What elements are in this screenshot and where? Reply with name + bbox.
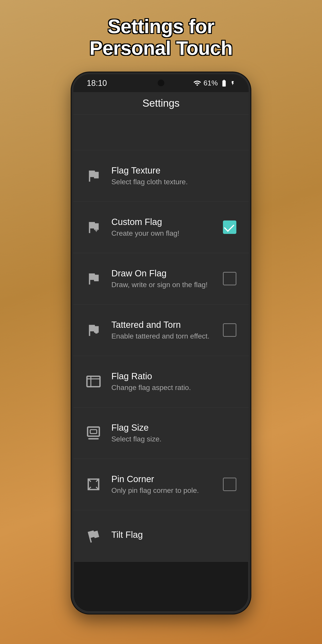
tattered-icon [84,321,102,339]
settings-item-flag-ratio[interactable]: Flag Ratio Change flag aspect ratio. [73,356,249,408]
status-time: 18:10 [87,78,107,88]
tattered-subtitle: Enable tattered and torn effect. [111,332,213,340]
signal-icon [193,79,201,87]
custom-flag-subtitle: Create your own flag! [111,229,213,238]
checkbox-unchecked-indicator [223,272,236,285]
draw-flag-checkbox[interactable] [222,271,238,286]
flag-texture-subtitle: Select flag cloth texture. [111,178,238,186]
pin-checkbox-indicator [223,478,236,491]
status-bar: 18:10 61% [73,74,249,92]
settings-item-draw-on-flag[interactable]: Draw On Flag Draw, write or sign on the … [73,253,249,304]
tilt-icon [84,527,102,545]
custom-flag-icon: + [84,218,102,236]
tattered-content: Tattered and Torn Enable tattered and to… [111,320,213,340]
tilt-title: Tilt Flag [111,530,238,540]
flag-texture-svg [86,168,101,184]
svg-rect-2 [92,176,93,177]
svg-rect-1 [94,174,95,175]
pin-title: Pin Corner [111,474,213,484]
flag-texture-icon [84,167,102,185]
camera-notch [158,80,164,86]
size-title: Flag Size [111,422,238,433]
pin-svg [86,476,101,492]
pin-content: Pin Corner Only pin flag corner to pole. [111,474,213,495]
settings-item-custom-flag[interactable]: + Custom Flag Create your own flag! [73,202,249,253]
charging-icon [230,81,235,86]
app-bar-title: Settings [142,97,180,109]
tattered-svg [86,322,101,338]
svg-rect-7 [87,376,100,387]
settings-item-flag-size[interactable]: Flag Size Select flag size. [73,408,249,459]
custom-flag-title: Custom Flag [111,217,213,227]
empty-section [73,114,249,150]
tilt-svg [86,528,101,544]
settings-item-tattered-torn[interactable]: Tattered and Torn Enable tattered and to… [73,304,249,356]
tattered-title: Tattered and Torn [111,320,213,330]
app-bar: Settings [73,92,249,114]
svg-rect-8 [88,427,100,436]
ratio-content: Flag Ratio Change flag aspect ratio. [111,371,238,392]
custom-flag-content: Custom Flag Create your own flag! [111,217,213,238]
svg-rect-3 [94,176,95,177]
page-header-title: Settings for Personal Touch [90,16,232,59]
draw-flag-svg [86,271,101,286]
pin-icon [84,476,102,493]
ratio-title: Flag Ratio [111,371,238,381]
pin-subtitle: Only pin flag corner to pole. [111,486,213,495]
draw-flag-subtitle: Draw, write or sign on the flag! [111,281,213,289]
tattered-checkbox-indicator [223,323,236,337]
draw-flag-icon [84,270,102,288]
svg-rect-9 [90,430,96,434]
ratio-svg [86,374,101,389]
status-icons: 61% [193,79,235,87]
flag-texture-content: Flag Texture Select flag cloth texture. [111,166,238,186]
custom-flag-checkbox[interactable] [222,219,238,235]
svg-text:+: + [95,228,98,234]
settings-item-tilt-flag[interactable]: Tilt Flag [73,510,249,562]
checkbox-checked-indicator [223,220,236,234]
draw-flag-content: Draw On Flag Draw, write or sign on the … [111,268,213,289]
pin-checkbox[interactable] [222,476,238,492]
svg-rect-0 [92,174,93,175]
size-icon [84,424,102,442]
size-subtitle: Select flag size. [111,435,238,443]
ratio-icon [84,372,102,390]
draw-flag-title: Draw On Flag [111,268,213,278]
battery-icon [220,79,228,87]
tattered-checkbox[interactable] [222,322,238,338]
flag-texture-title: Flag Texture [111,166,238,176]
size-content: Flag Size Select flag size. [111,422,238,443]
settings-item-flag-texture[interactable]: Flag Texture Select flag cloth texture. [73,150,249,202]
custom-flag-svg: + [86,219,101,235]
page-wrapper: Settings for Personal Touch 18:10 61% [0,0,322,644]
settings-list: Flag Texture Select flag cloth texture. … [73,150,249,612]
ratio-subtitle: Change flag aspect ratio. [111,384,238,392]
battery-percent: 61% [204,79,218,87]
settings-item-pin-corner[interactable]: Pin Corner Only pin flag corner to pole. [73,459,249,510]
tilt-content: Tilt Flag [111,530,238,542]
size-svg [86,425,101,441]
phone-frame: 18:10 61% Settings [72,72,250,614]
